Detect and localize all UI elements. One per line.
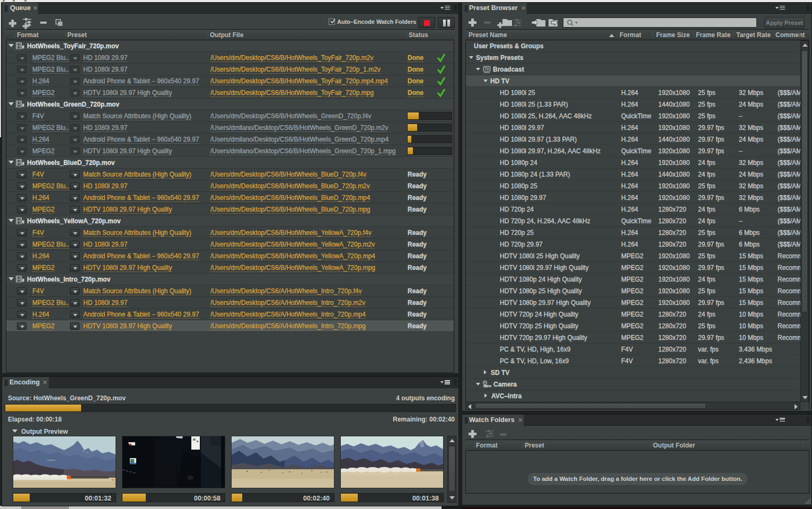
svg-text:TV: TV bbox=[484, 67, 489, 71]
